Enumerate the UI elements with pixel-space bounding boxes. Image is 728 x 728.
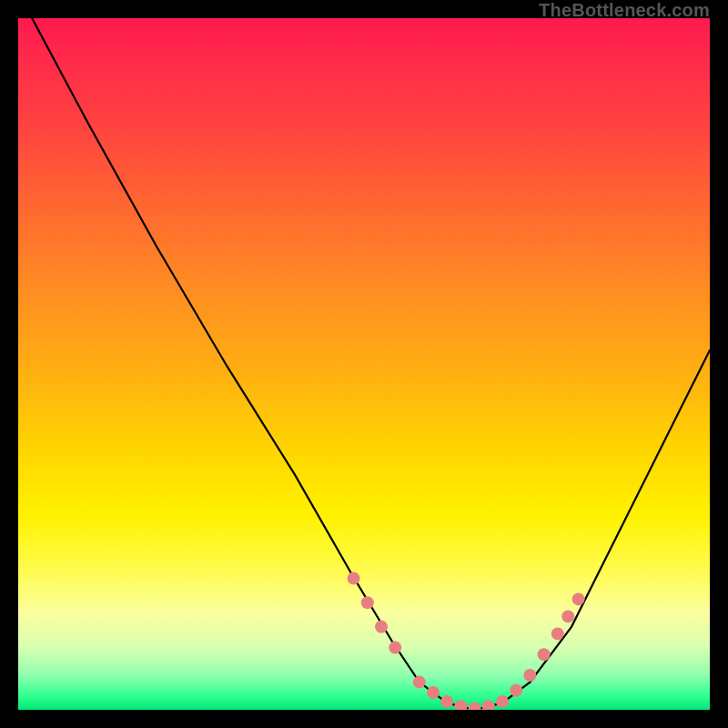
highlight-dot: [561, 610, 574, 622]
chart-frame: TheBottleneck.com: [0, 0, 728, 728]
highlight-dot: [413, 676, 426, 689]
highlight-dot: [572, 592, 585, 605]
highlight-dot: [361, 596, 374, 609]
curve-layer: [18, 18, 710, 710]
watermark-text: TheBottleneck.com: [539, 0, 710, 21]
highlight-dot: [348, 572, 360, 585]
highlight-dot: [375, 621, 388, 633]
highlight-dot: [454, 700, 467, 710]
highlight-dot: [523, 669, 536, 682]
highlight-dot: [510, 684, 522, 697]
highlight-dot: [389, 642, 401, 654]
plot-area: [18, 18, 710, 710]
highlight-dot: [496, 695, 509, 708]
highlight-dot: [551, 627, 564, 640]
highlight-dot: [440, 695, 453, 708]
highlight-dot: [538, 648, 551, 661]
highlight-dots: [348, 572, 585, 710]
highlight-dot: [482, 700, 495, 710]
highlight-dot: [469, 703, 481, 711]
highlight-dot: [427, 686, 440, 699]
